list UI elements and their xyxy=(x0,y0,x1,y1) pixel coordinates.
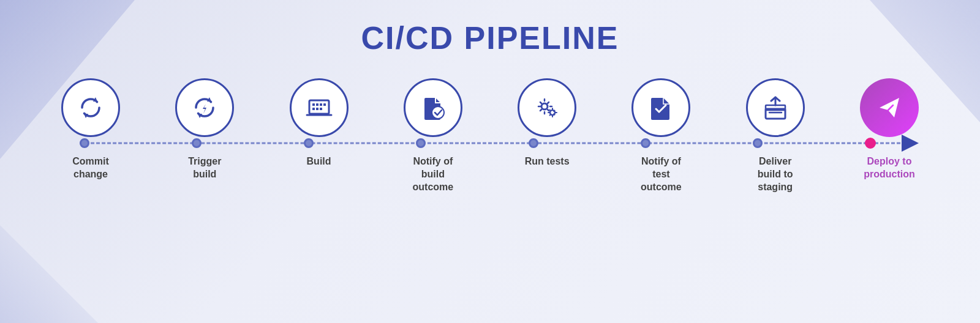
background: CI/CD PIPELINE xyxy=(0,0,980,323)
dot-8 xyxy=(865,138,876,149)
step-commit-change xyxy=(61,78,120,137)
dot-4 xyxy=(416,138,426,148)
svg-rect-5 xyxy=(320,103,322,106)
dot-5 xyxy=(529,138,538,148)
svg-rect-3 xyxy=(312,103,315,106)
label-deploy-production: Deploy to production xyxy=(860,155,919,181)
svg-rect-1 xyxy=(309,100,329,114)
pipeline-diagram: Commit change Trigger build Build Notify… xyxy=(24,78,956,193)
label-run-tests: Run tests xyxy=(518,155,576,168)
svg-point-10 xyxy=(432,106,444,119)
dot-7 xyxy=(753,138,763,148)
timeline-row xyxy=(55,136,925,150)
label-notify-test: Notify of test outcome xyxy=(631,155,690,193)
gears-icon xyxy=(532,93,562,122)
sync-icon xyxy=(76,93,105,122)
svg-rect-4 xyxy=(316,103,318,106)
step-build xyxy=(290,78,349,137)
icon-deliver-staging xyxy=(746,78,805,137)
svg-marker-0 xyxy=(203,104,206,114)
step-notify-build xyxy=(404,78,462,137)
step-deliver-staging xyxy=(746,78,805,137)
paper-plane-icon xyxy=(875,93,904,122)
icons-row xyxy=(55,78,925,137)
icon-trigger-build xyxy=(175,78,234,137)
label-commit-change: Commit change xyxy=(61,155,120,181)
icon-deploy-production xyxy=(860,78,919,137)
timeline-dots xyxy=(80,138,876,149)
step-notify-test xyxy=(631,78,690,137)
page-title: CI/CD PIPELINE xyxy=(361,20,619,56)
doc-check-icon xyxy=(418,93,448,122)
step-trigger-build xyxy=(175,78,234,137)
label-notify-build: Notify of build outcome xyxy=(404,155,462,193)
icon-notify-test xyxy=(631,78,690,137)
svg-rect-6 xyxy=(323,103,326,106)
dot-3 xyxy=(304,138,314,148)
doc-check-2-icon xyxy=(646,93,676,122)
label-build: Build xyxy=(290,155,349,168)
icon-notify-build xyxy=(404,78,462,137)
dot-6 xyxy=(641,138,650,148)
timeline-arrow xyxy=(902,135,919,152)
label-deliver-staging: Deliver build to staging xyxy=(746,155,805,193)
upload-box-icon xyxy=(761,93,790,122)
sync-bolt-icon xyxy=(190,93,219,122)
decorative-corner-bl xyxy=(0,225,98,323)
svg-point-11 xyxy=(541,103,548,110)
svg-rect-8 xyxy=(316,108,318,110)
main-content: CI/CD PIPELINE xyxy=(0,0,980,193)
icon-build xyxy=(290,78,349,137)
dot-2 xyxy=(192,138,202,148)
laptop-code-icon xyxy=(304,93,334,122)
labels-row: Commit change Trigger build Build Notify… xyxy=(55,155,925,193)
svg-rect-9 xyxy=(320,108,322,110)
svg-rect-7 xyxy=(312,108,315,110)
step-deploy-production xyxy=(860,78,919,137)
icon-run-tests xyxy=(518,78,576,137)
dot-1 xyxy=(80,138,89,148)
step-run-tests xyxy=(518,78,576,137)
icon-commit-change xyxy=(61,78,120,137)
label-trigger-build: Trigger build xyxy=(175,155,234,181)
